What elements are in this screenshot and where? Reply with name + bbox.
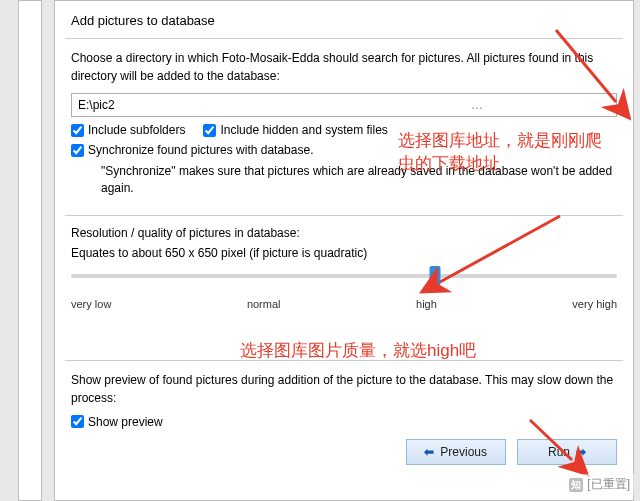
- slider-label-normal: normal: [247, 298, 281, 310]
- directory-value: E:\pic2: [78, 98, 344, 112]
- browse-button[interactable]: …: [344, 98, 610, 112]
- synchronize-checkbox[interactable]: Synchronize found pictures with database…: [71, 143, 313, 157]
- show-preview-box[interactable]: [71, 415, 84, 428]
- run-button[interactable]: Run ➡: [517, 439, 617, 465]
- include-subfolders-box[interactable]: [71, 124, 84, 137]
- intro-text: Choose a directory in which Foto-Mosaik-…: [71, 49, 617, 85]
- slider-label-high: high: [416, 298, 437, 310]
- previous-label: Previous: [440, 445, 487, 459]
- show-preview-label: Show preview: [88, 415, 163, 429]
- slider-label-verylow: very low: [71, 298, 111, 310]
- watermark-text: [已重置]: [587, 476, 630, 493]
- preview-heading: Show preview of found pictures during ad…: [71, 371, 617, 407]
- button-row: ⬅ Previous Run ➡: [55, 429, 633, 475]
- slider-thumb[interactable]: [429, 266, 440, 286]
- synchronize-note: "Synchronize" makes sure that pictures w…: [101, 163, 617, 197]
- include-subfolders-label: Include subfolders: [88, 123, 185, 137]
- quality-slider[interactable]: very low normal high very high: [71, 274, 617, 310]
- panel-title: Add pictures to database: [55, 1, 633, 38]
- slider-labels: very low normal high very high: [71, 298, 617, 310]
- add-pictures-panel: Add pictures to database Choose a direct…: [54, 0, 634, 501]
- previous-button[interactable]: ⬅ Previous: [406, 439, 506, 465]
- resolution-heading: Resolution / quality of pictures in data…: [71, 226, 617, 240]
- resolution-equates: Equates to about 650 x 650 pixel (if pic…: [71, 246, 617, 260]
- zhihu-icon: 知: [569, 478, 583, 492]
- show-preview-checkbox[interactable]: Show preview: [71, 415, 163, 429]
- watermark: 知 [已重置]: [565, 474, 634, 495]
- slider-label-veryhigh: very high: [572, 298, 617, 310]
- arrow-left-icon: ⬅: [424, 445, 434, 459]
- arrow-right-icon: ➡: [576, 445, 586, 459]
- include-hidden-box[interactable]: [203, 124, 216, 137]
- synchronize-box[interactable]: [71, 144, 84, 157]
- synchronize-label: Synchronize found pictures with database…: [88, 143, 313, 157]
- include-subfolders-checkbox[interactable]: Include subfolders: [71, 123, 185, 137]
- directory-input[interactable]: E:\pic2 …: [71, 93, 617, 117]
- slider-track[interactable]: [71, 274, 617, 278]
- include-hidden-checkbox[interactable]: Include hidden and system files: [203, 123, 387, 137]
- left-strip-panel: [18, 0, 42, 501]
- include-hidden-label: Include hidden and system files: [220, 123, 387, 137]
- run-label: Run: [548, 445, 570, 459]
